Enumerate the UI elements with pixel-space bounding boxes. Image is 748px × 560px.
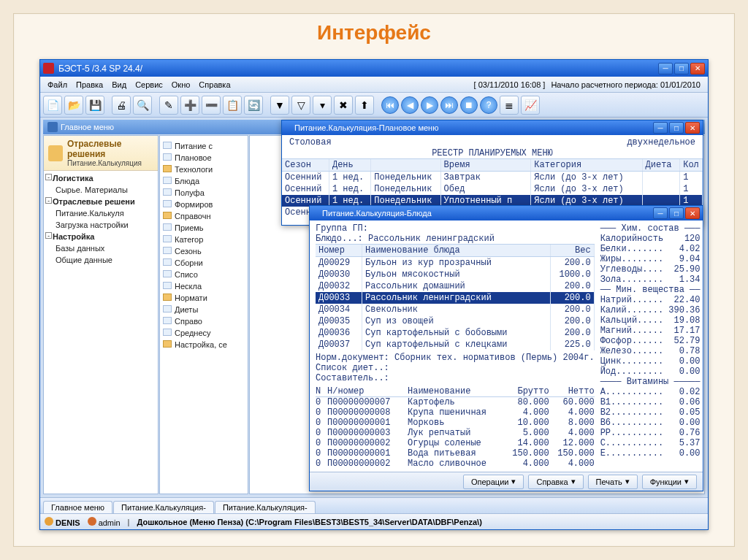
tool-preview-icon[interactable]: 🔍 bbox=[133, 96, 152, 115]
dish-row[interactable]: Д00036Суп картофельный с бобовыми200.0 bbox=[316, 327, 595, 339]
ingredient-row[interactable]: 0П00000000001Морковь10.0008.000 bbox=[316, 418, 595, 428]
ingredient-row[interactable]: 0П00000000002Масло сливочное4.0004.000 bbox=[316, 459, 595, 469]
tree-node[interactable]: Общие данные bbox=[45, 254, 156, 266]
dish-Функции-button[interactable]: Функции ▾ bbox=[642, 475, 697, 489]
plan-titlebar[interactable]: Питание.Калькуляция-Плановое меню ─ □ ✕ bbox=[282, 120, 703, 135]
minimize-button[interactable]: ─ bbox=[658, 63, 673, 74]
nav-first-icon[interactable]: ⏮ bbox=[381, 96, 399, 114]
menu-Окно[interactable]: Окно bbox=[167, 79, 195, 91]
close-button[interactable]: ✕ bbox=[690, 63, 705, 74]
plan-row[interactable]: Осенний1 нед.ПонедельникОбедЯсли (до 3-х… bbox=[282, 183, 703, 195]
dish-grid[interactable]: НомерНаименование блюдаВесД00029Бульон и… bbox=[316, 244, 595, 350]
ingredient-row[interactable]: 0П00000000007Картофель80.00060.000 bbox=[316, 397, 595, 407]
tree-node[interactable]: Справо bbox=[161, 315, 246, 327]
tree-node[interactable]: Настройка, се bbox=[161, 339, 246, 350]
tree-node[interactable]: Плановое bbox=[161, 152, 246, 164]
ingredient-row[interactable]: 0П00000000002Огурцы соленые14.00012.000 bbox=[316, 438, 595, 448]
tree-node[interactable]: Базы данных bbox=[45, 242, 156, 254]
tree-node[interactable]: Категор bbox=[161, 234, 246, 245]
tool-copy-icon[interactable]: 📋 bbox=[223, 96, 242, 115]
dish-titlebar[interactable]: Питание.Калькуляция-Блюда ─ □ ✕ bbox=[310, 206, 703, 220]
tree-node[interactable]: Сборни bbox=[161, 257, 246, 269]
dish-minimize-button[interactable]: ─ bbox=[653, 207, 668, 219]
status-user: admin bbox=[99, 518, 121, 527]
tree-node[interactable]: Нормати bbox=[161, 292, 246, 304]
tool-print-icon[interactable]: 🖨 bbox=[112, 96, 131, 115]
dish-maximize-button[interactable]: □ bbox=[669, 207, 684, 219]
tool-export-icon[interactable]: ⬆ bbox=[355, 96, 374, 115]
tree-node[interactable]: -Логистика bbox=[45, 172, 156, 184]
tree-node[interactable]: Справочн bbox=[161, 210, 246, 222]
dish-row[interactable]: Д00030Бульон мясокостный1000.0 bbox=[316, 269, 595, 280]
tool-edit-icon[interactable]: ✎ bbox=[159, 96, 178, 115]
window-tab[interactable]: Главное меню bbox=[43, 501, 112, 513]
maximize-button[interactable]: □ bbox=[674, 63, 689, 74]
ingredient-grid[interactable]: NН/номерНаименованиеБруттоНетто0П0000000… bbox=[316, 386, 595, 469]
menu-Справка[interactable]: Справка bbox=[194, 79, 234, 91]
tool-add-icon[interactable]: ➕ bbox=[180, 96, 199, 115]
tree-node[interactable]: Технологи bbox=[161, 164, 246, 175]
tree-node[interactable]: Приемь bbox=[161, 222, 246, 234]
tool-filter3-icon[interactable]: ▾ bbox=[313, 96, 332, 115]
tree-node[interactable]: Сырье. Материалы bbox=[45, 184, 156, 196]
tree-node[interactable]: Среднесу bbox=[161, 327, 246, 339]
chevron-down-icon: ▾ bbox=[625, 477, 630, 486]
tree-node[interactable]: -Отраслевые решени bbox=[45, 196, 156, 207]
ingredient-row[interactable]: 0П00000000001Вода питьевая150.000150.000 bbox=[316, 448, 595, 459]
dish-row[interactable]: Д00033Рассольник ленинградский200.0 bbox=[316, 292, 595, 304]
menu-Правка[interactable]: Правка bbox=[72, 79, 107, 91]
nav-stop-icon[interactable]: ⏹ bbox=[460, 96, 478, 114]
tree-node[interactable]: Питание с bbox=[161, 140, 246, 152]
tree-node[interactable]: -Настройка bbox=[45, 231, 156, 242]
nav-last-icon[interactable]: ⏭ bbox=[440, 96, 458, 114]
plan-minimize-button[interactable]: ─ bbox=[653, 122, 668, 134]
plan-maximize-button[interactable]: □ bbox=[669, 122, 684, 134]
tool-filter1-icon[interactable]: ▼ bbox=[270, 96, 289, 115]
status-db: Дошкольное (Меню Пенза) (C:\Program File… bbox=[137, 518, 481, 526]
help-icon[interactable]: ? bbox=[480, 96, 497, 114]
workspace: Главное меню Отраслевые решения Питание.… bbox=[40, 118, 708, 497]
tree-node[interactable]: Питание.Калькуля bbox=[45, 207, 156, 219]
tree-node[interactable]: Формиров bbox=[161, 199, 246, 210]
dish-close-button[interactable]: ✕ bbox=[685, 207, 700, 219]
menu-Сервис[interactable]: Сервис bbox=[131, 79, 167, 91]
tree-node[interactable]: Сезонь bbox=[161, 245, 246, 257]
status-period: Начало расчетного периода: 01/01/2010 bbox=[551, 80, 701, 89]
dish-row[interactable]: Д00035Суп из овощей200.0 bbox=[316, 315, 595, 327]
dish-row[interactable]: Д00037Суп картофельный с клецками225.0 bbox=[316, 339, 595, 350]
plan-row[interactable]: Осенний1 нед.ПонедельникЗавтракЯсли (до … bbox=[282, 172, 703, 183]
menu-Файл[interactable]: Файл bbox=[43, 79, 72, 91]
tool-chart-icon[interactable]: 📈 bbox=[521, 96, 540, 115]
dish-Операции-button[interactable]: Операции ▾ bbox=[463, 475, 524, 489]
ingredient-row[interactable]: 0П00000000008Крупа пшеничная4.0004.000 bbox=[316, 407, 595, 418]
tool-tools-icon[interactable]: ✖ bbox=[334, 96, 353, 115]
tree-node[interactable]: Блюда bbox=[161, 175, 246, 187]
tree-node[interactable]: Нескла bbox=[161, 280, 246, 292]
tool-del-icon[interactable]: ➖ bbox=[202, 96, 221, 115]
tree-node[interactable]: Загрузка настройки bbox=[45, 219, 156, 231]
plan-close-button[interactable]: ✕ bbox=[685, 122, 700, 134]
tool-refresh-icon[interactable]: 🔄 bbox=[244, 96, 263, 115]
tool-filter2-icon[interactable]: ▽ bbox=[291, 96, 310, 115]
tool-save-icon[interactable]: 💾 bbox=[85, 96, 104, 115]
dish-Справка-button[interactable]: Справка ▾ bbox=[528, 475, 583, 489]
tool-new-icon[interactable]: 📄 bbox=[43, 96, 62, 115]
nav-tree-left: Отраслевые решения Питание.Калькуляция -… bbox=[43, 135, 159, 494]
dish-row[interactable]: Д00032Рассольник домашний200.0 bbox=[316, 280, 595, 292]
tool-open-icon[interactable]: 📂 bbox=[64, 96, 83, 115]
tool-list-icon[interactable]: ≣ bbox=[500, 96, 519, 115]
tree-node[interactable]: Полуфа bbox=[161, 187, 246, 199]
window-tab[interactable]: Питание.Калькуляция- bbox=[215, 501, 316, 513]
tree-node[interactable]: Списо bbox=[161, 269, 246, 280]
nav-prev-icon[interactable]: ◀ bbox=[401, 96, 419, 114]
window-tab[interactable]: Питание.Калькуляция- bbox=[113, 501, 214, 513]
menu-Вид[interactable]: Вид bbox=[107, 79, 131, 91]
mdi-title-text: Главное меню bbox=[61, 123, 114, 131]
dish-Печать-button[interactable]: Печать ▾ bbox=[588, 475, 638, 489]
dish-row[interactable]: Д00034Свекольник200.0 bbox=[316, 304, 595, 315]
tree-node[interactable]: Диеты bbox=[161, 304, 246, 315]
nav-next-icon[interactable]: ▶ bbox=[421, 96, 438, 114]
dish-row[interactable]: Д00029Бульон из кур прозрачный200.0 bbox=[316, 257, 595, 269]
dish-author: Составитель..: bbox=[316, 373, 595, 383]
ingredient-row[interactable]: 0П00000000003Лук репчатый5.0004.000 bbox=[316, 428, 595, 438]
